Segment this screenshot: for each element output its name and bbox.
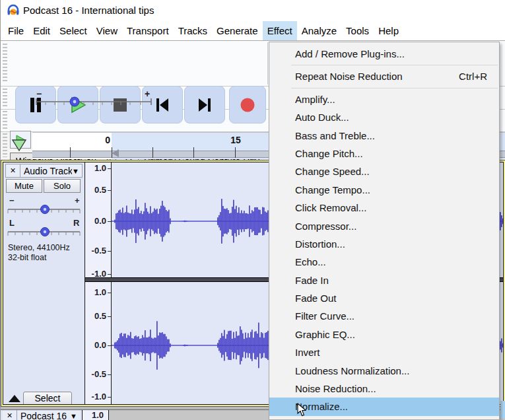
menu-item-label: Fade In bbox=[295, 275, 329, 286]
menu-item-label: Filter Curve... bbox=[295, 310, 354, 322]
record-button[interactable] bbox=[229, 86, 266, 123]
effect-menu-dropdown: Add / Remove Plug-ins...Repeat Noise Red… bbox=[269, 42, 500, 420]
menu-item-graphic-eq[interactable]: Graphic EQ... bbox=[269, 326, 499, 343]
track-control-panel: × Audio Track ▼ Mute Solo − + bbox=[3, 162, 84, 404]
menubar-help[interactable]: Help bbox=[374, 21, 403, 40]
menubar-edit[interactable]: Edit bbox=[28, 21, 55, 40]
playhead-pointer-icon[interactable] bbox=[112, 149, 119, 157]
menu-item-auto-duck[interactable]: Auto Duck... bbox=[269, 108, 499, 126]
timeline-tick bbox=[70, 147, 71, 158]
track-title-menu[interactable]: Audio Track bbox=[20, 166, 72, 176]
track2-header: × Podcast 16 ▼ bbox=[3, 411, 80, 420]
mouse-cursor bbox=[297, 403, 306, 417]
timeline-tick bbox=[235, 147, 236, 158]
ruler-label-0.0: 0.0 bbox=[94, 216, 106, 226]
ruler-label--0.5: -0.5 bbox=[92, 246, 106, 256]
vertical-scale-ruler-ch1[interactable]: 1.00.50.0-0.5-1.0 bbox=[85, 162, 111, 277]
menu-item-change-tempo[interactable]: Change Tempo... bbox=[269, 181, 499, 199]
skip-to-start-icon bbox=[154, 96, 171, 114]
menu-item-label: Compressor... bbox=[295, 221, 356, 232]
play-speed-toolbar-grip[interactable] bbox=[3, 88, 7, 107]
menubar-view[interactable]: View bbox=[92, 21, 122, 40]
track-menu-caret-icon[interactable]: ▼ bbox=[72, 167, 82, 175]
menu-item-echo[interactable]: Echo... bbox=[269, 253, 499, 271]
menu-item-loudness-normalization[interactable]: Loudness Normalization... bbox=[269, 362, 499, 380]
pan-slider[interactable] bbox=[7, 227, 81, 239]
collapse-track-button[interactable] bbox=[9, 395, 20, 402]
ruler-label-0.5: 0.5 bbox=[94, 185, 106, 195]
track-format-info: Stereo, 44100Hz 32-bit float bbox=[8, 243, 70, 263]
gain-slider[interactable] bbox=[7, 205, 81, 217]
timeline-tick bbox=[152, 147, 153, 158]
menu-separator bbox=[291, 65, 498, 65]
menu-item-label: Loudness Normalization... bbox=[295, 365, 409, 376]
menu-item-label: Repeat Noise Reduction bbox=[295, 71, 403, 82]
gain-minus-label: − bbox=[9, 195, 15, 205]
select-button[interactable]: Select bbox=[23, 392, 72, 405]
menubar-effect[interactable]: Effect bbox=[263, 21, 297, 40]
menu-item-label: Distortion... bbox=[295, 238, 345, 250]
transport-toolbar-grip[interactable] bbox=[3, 44, 7, 83]
timeline-label-15: 15 bbox=[228, 135, 243, 145]
menubar-file[interactable]: File bbox=[3, 21, 28, 40]
timeline-pin-icon bbox=[11, 139, 27, 152]
menu-item-label: Click Removal... bbox=[295, 202, 366, 213]
vertical-scale-ruler-ch2[interactable]: 1.00.50.0-0.5-1.0 bbox=[85, 282, 111, 404]
timeline-label-0: 0 bbox=[102, 135, 110, 145]
timeline-grip[interactable] bbox=[3, 133, 7, 157]
menu-item-filter-curve[interactable]: Filter Curve... bbox=[269, 307, 499, 325]
toolbar-divider bbox=[267, 42, 268, 85]
menu-item-label: Invert bbox=[295, 347, 320, 358]
menu-item-invert[interactable]: Invert bbox=[269, 343, 499, 361]
menu-item-change-pitch[interactable]: Change Pitch... bbox=[269, 145, 499, 162]
track2-menu-caret-icon[interactable]: ▼ bbox=[70, 412, 80, 420]
menubar-tools[interactable]: Tools bbox=[341, 21, 374, 40]
vertical-scale-ruler-track2: 1.0 bbox=[83, 410, 108, 420]
menu-item-fade-in[interactable]: Fade In bbox=[269, 271, 499, 289]
ruler-label--1.0: -1.0 bbox=[92, 392, 106, 402]
ruler-label: 1.0 bbox=[92, 410, 104, 420]
menubar-analyze[interactable]: Analyze bbox=[297, 21, 341, 40]
menu-item-label: Echo... bbox=[295, 256, 326, 267]
menu-item-label: Amplify... bbox=[295, 94, 335, 105]
menubar-select[interactable]: Select bbox=[55, 21, 92, 40]
title-bar: Podcast 16 - International tips bbox=[1, 0, 505, 21]
menu-item-compressor[interactable]: Compressor... bbox=[269, 217, 499, 235]
menu-item-change-speed[interactable]: Change Speed... bbox=[269, 162, 499, 180]
menu-item-repeat-noise-reduction[interactable]: Repeat Noise ReductionCtrl+R bbox=[269, 67, 499, 85]
menu-item-click-removal[interactable]: Click Removal... bbox=[269, 199, 499, 217]
menu-item-amplify[interactable]: Amplify... bbox=[269, 90, 499, 108]
audacity-logo-icon bbox=[7, 4, 20, 17]
mute-button[interactable]: Mute bbox=[6, 179, 42, 193]
menubar-tracks[interactable]: Tracks bbox=[174, 21, 212, 40]
track2-close-button[interactable]: × bbox=[3, 409, 17, 420]
menu-item-label: Change Speed... bbox=[295, 166, 370, 177]
menu-item-bass-and-treble[interactable]: Bass and Treble... bbox=[269, 127, 499, 145]
scrollbar-thumb-fragment[interactable] bbox=[500, 401, 505, 419]
window-title: Podcast 16 - International tips bbox=[23, 5, 154, 16]
ruler-label-0.0: 0.0 bbox=[94, 340, 106, 350]
pan-left-label: L bbox=[9, 218, 15, 228]
menu-item-label: Fade Out bbox=[295, 293, 337, 304]
skip-to-end-button[interactable] bbox=[184, 86, 225, 123]
menu-item-fade-out[interactable]: Fade Out bbox=[269, 289, 499, 307]
menu-item-noise-reduction[interactable]: Noise Reduction... bbox=[269, 380, 499, 398]
menu-item-label: Auto Duck... bbox=[295, 112, 349, 123]
skip-to-end-icon bbox=[196, 96, 213, 114]
ruler-label-1.0: 1.0 bbox=[94, 287, 106, 297]
track2-title-menu[interactable]: Podcast 16 bbox=[17, 411, 70, 420]
gain-plus-label: + bbox=[75, 195, 80, 205]
device-toolbar-grip[interactable] bbox=[3, 111, 7, 129]
menu-item-label: Change Tempo... bbox=[295, 184, 370, 195]
play-speed-slider[interactable] bbox=[35, 96, 154, 108]
menubar-transport[interactable]: Transport bbox=[122, 21, 174, 40]
solo-button[interactable]: Solo bbox=[44, 179, 81, 193]
track-close-button[interactable]: × bbox=[6, 164, 20, 177]
menubar-generate[interactable]: Generate bbox=[212, 21, 263, 40]
menu-item-add-remove-plug-ins[interactable]: Add / Remove Plug-ins... bbox=[269, 45, 499, 63]
timeline-pin-button[interactable] bbox=[9, 133, 30, 157]
menu-item-distortion[interactable]: Distortion... bbox=[269, 235, 499, 253]
menu-item-label: Graphic EQ... bbox=[295, 329, 355, 340]
menu-bar: FileEditSelectViewTransportTracksGenerat… bbox=[1, 21, 505, 41]
menu-item-label: Add / Remove Plug-ins... bbox=[295, 48, 405, 59]
